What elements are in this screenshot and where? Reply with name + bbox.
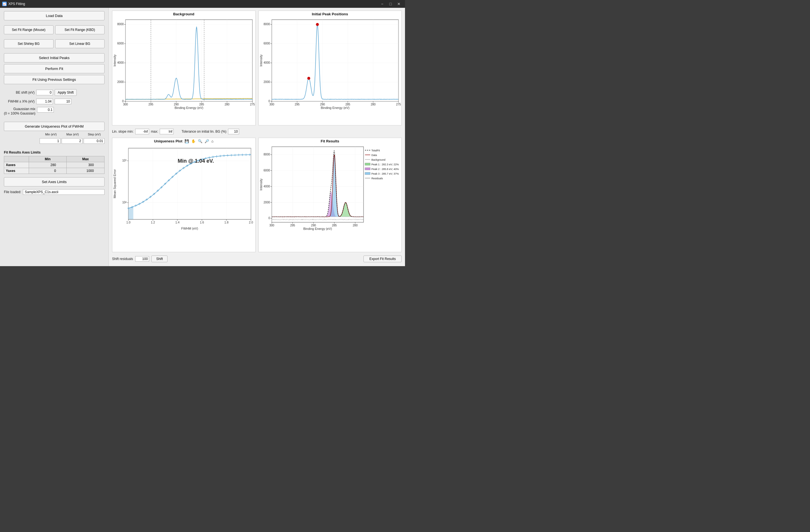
export-fit-results-button[interactable]: Export Fit Results — [363, 256, 402, 262]
step-label: Step (eV) — [84, 133, 104, 136]
perform-fit-button[interactable]: Perform Fit — [4, 64, 104, 73]
title-bar: 📈 XPS Fitting − □ ✕ — [0, 0, 405, 8]
background-chart — [112, 17, 255, 110]
file-loaded-label: File loaded: — [4, 190, 21, 194]
fwhm-input[interactable] — [36, 99, 53, 104]
load-data-button[interactable]: Load Data — [4, 11, 104, 20]
fwhm-row: FWHM ± X% (eV) — [4, 99, 104, 104]
app-title: XPS Fitting — [9, 2, 378, 6]
controls-row: Lin. slope min: max: Tolerance on initia… — [112, 128, 402, 135]
file-loaded-input[interactable] — [23, 189, 104, 195]
fit-results-chart-title: Fit Results — [259, 138, 402, 144]
shift-residuals-input[interactable] — [135, 256, 149, 262]
main-content: Load Data Set Fit Range (Mouse) Set Fit … — [0, 8, 405, 266]
shift-button[interactable]: Shift — [151, 256, 167, 262]
min-label: Min (eV) — [41, 133, 61, 136]
xaxes-row: Xaxes — [4, 162, 104, 168]
set-axes-limits-button[interactable]: Set Axes Limits — [4, 177, 104, 187]
bg-row: Set Shirley BG Set Linear BG — [4, 39, 104, 48]
save-icon[interactable]: 💾 — [184, 139, 189, 143]
step-input[interactable] — [84, 138, 104, 144]
fit-results-chart-canvas — [259, 144, 402, 231]
step-header: Min (eV) Max (eV) Step (eV) — [4, 133, 104, 136]
lin-slope-min-input[interactable] — [135, 129, 149, 134]
fwhm-percent-input[interactable] — [55, 99, 71, 104]
max-input[interactable] — [62, 138, 82, 144]
yaxes-label: Yaxes — [4, 168, 29, 174]
be-shift-row: BE shift (eV) Apply Shift — [4, 89, 104, 96]
initial-peaks-chart-container: Initial Peak Positions — [258, 11, 402, 125]
app-icon: 📈 — [2, 2, 7, 6]
shift-residuals-label: Shift residuals — [112, 257, 133, 261]
axes-limits-title: Fit Results Axes Limits — [4, 150, 104, 155]
fit-results-chart-container: Fit Results — [258, 138, 402, 253]
axes-col-label — [4, 156, 29, 162]
step-row — [4, 138, 104, 144]
be-shift-input[interactable] — [36, 90, 53, 95]
right-panel: Background Initial Peak Positions Lin. s… — [109, 8, 405, 266]
xaxes-label: Xaxes — [4, 162, 29, 168]
minimize-button[interactable]: − — [378, 1, 386, 7]
set-fit-range-mouse-button[interactable]: Set Fit Range (Mouse) — [4, 26, 53, 34]
window-controls: − □ ✕ — [378, 1, 403, 7]
lin-slope-max-input[interactable] — [160, 129, 174, 134]
axes-limits-table: Min Max Xaxes Yaxes — [4, 156, 104, 174]
maximize-button[interactable]: □ — [387, 1, 394, 7]
be-shift-label: BE shift (eV) — [4, 91, 35, 95]
yaxes-max-input[interactable] — [77, 169, 94, 173]
gaussian-mix-label: Guaussian mix(0 = 100% Gaussian) — [4, 107, 35, 116]
xaxes-min-input[interactable] — [39, 163, 56, 167]
initial-peaks-chart — [259, 17, 402, 110]
apply-shift-button[interactable]: Apply Shift — [55, 89, 77, 96]
axes-min-header: Min — [29, 156, 67, 162]
background-chart-container: Background — [112, 11, 256, 125]
gaussian-mix-input[interactable] — [37, 107, 54, 113]
set-shirley-bg-button[interactable]: Set Shirley BG — [4, 39, 53, 48]
bottom-row: Shift residuals Shift Export Fit Results — [112, 255, 402, 263]
bottom-charts-row: Uniqueness Plot 💾 ✋ 🔍 🔎 ⌂ Fit Results — [112, 138, 402, 253]
fwhm-label: FWHM ± X% (eV) — [4, 99, 35, 103]
tolerance-label: Tolerance on initial lin. BG (%) — [181, 130, 226, 133]
file-loaded-row: File loaded: — [4, 189, 104, 195]
uniqueness-chart-canvas — [112, 144, 255, 231]
yaxes-row: Yaxes — [4, 168, 104, 174]
top-charts-row: Background Initial Peak Positions — [112, 11, 402, 125]
reset-icon[interactable]: ⌂ — [211, 139, 213, 143]
lin-slope-max-label: max: — [151, 130, 158, 133]
set-fit-range-kbd-button[interactable]: Set Fit Range (KBD) — [55, 26, 105, 34]
close-button[interactable]: ✕ — [395, 1, 403, 7]
uniqueness-chart-title: Uniqueness Plot — [154, 139, 182, 143]
generate-uniqueness-button[interactable]: Generate Uniqueness Plot of FWHM — [4, 122, 104, 131]
axes-max-header: Max — [67, 156, 104, 162]
background-chart-title: Background — [112, 11, 255, 17]
zoom-out-icon[interactable]: 🔎 — [205, 139, 209, 143]
fit-range-row: Set Fit Range (Mouse) Set Fit Range (KBD… — [4, 26, 104, 34]
max-label: Max (eV) — [62, 133, 83, 136]
set-linear-bg-button[interactable]: Set Linear BG — [55, 39, 105, 48]
min-input[interactable] — [39, 138, 61, 144]
lin-slope-min-label: Lin. slope min: — [112, 130, 133, 133]
pan-icon[interactable]: ✋ — [191, 139, 196, 143]
tolerance-input[interactable] — [228, 129, 239, 134]
initial-peaks-chart-title: Initial Peak Positions — [259, 11, 402, 17]
fit-using-previous-button[interactable]: Fit Using Previous Settings — [4, 75, 104, 84]
uniqueness-chart-container: Uniqueness Plot 💾 ✋ 🔍 🔎 ⌂ — [112, 138, 256, 253]
xaxes-max-input[interactable] — [77, 163, 94, 167]
zoom-in-icon[interactable]: 🔍 — [198, 139, 202, 143]
yaxes-min-input[interactable] — [39, 169, 56, 173]
select-initial-peaks-button[interactable]: Select Initial Peaks — [4, 53, 104, 62]
gaussian-mix-row: Guaussian mix(0 = 100% Gaussian) — [4, 107, 104, 116]
left-panel: Load Data Set Fit Range (Mouse) Set Fit … — [0, 8, 109, 266]
